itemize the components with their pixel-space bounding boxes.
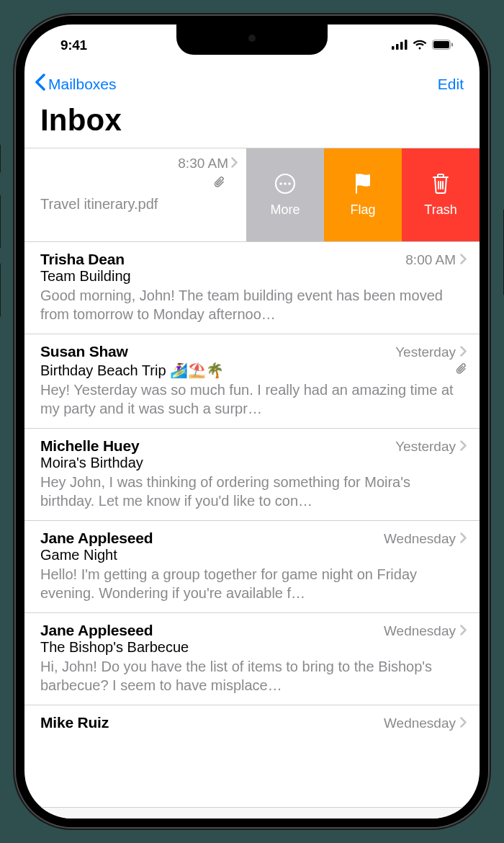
email-time: 8:00 AM [405, 252, 456, 268]
email-row[interactable]: Michelle Huey Yesterday Moira's Birthday… [24, 429, 480, 521]
email-sender: Trisha Dean [40, 251, 125, 268]
svg-point-8 [279, 182, 282, 185]
email-sender: Michelle Huey [40, 437, 139, 455]
toolbar-strip [24, 807, 480, 819]
edit-button[interactable]: Edit [438, 76, 464, 93]
nav-bar: Mailboxes Edit [24, 66, 480, 100]
back-button[interactable]: Mailboxes [35, 73, 117, 94]
svg-rect-1 [396, 44, 399, 50]
email-preview: Hi, John! Do you have the list of items … [40, 657, 467, 695]
status-indicators [392, 37, 454, 53]
notch [176, 24, 328, 55]
email-list: 8:30 AM Travel itinerary.pdf [24, 148, 480, 734]
email-subject: Game Night [40, 547, 467, 563]
email-row[interactable]: Jane Appleseed Wednesday Game Night Hell… [24, 521, 480, 613]
svg-point-10 [288, 182, 291, 185]
email-subject: Birthday Beach Trip 🏄‍♀️⛱️🌴 [40, 362, 224, 379]
email-time: Wednesday [384, 623, 456, 639]
chevron-right-icon [460, 344, 467, 360]
email-time: Yesterday [395, 344, 456, 360]
chevron-left-icon [35, 73, 45, 94]
email-row-swiped[interactable]: 8:30 AM Travel itinerary.pdf [24, 148, 480, 242]
swipe-trash-button[interactable]: Trash [402, 148, 480, 241]
wifi-icon [413, 37, 427, 53]
email-row[interactable]: Jane Appleseed Wednesday The Bishop's Ba… [24, 613, 480, 705]
swipe-flag-button[interactable]: Flag [324, 148, 402, 241]
swipe-trash-label: Trash [424, 202, 456, 218]
trash-icon [431, 173, 450, 198]
chevron-right-icon [460, 252, 467, 268]
attachment-icon [40, 176, 225, 192]
chevron-right-icon [460, 439, 467, 455]
email-sender: Susan Shaw [40, 343, 128, 360]
swipe-flag-label: Flag [350, 202, 375, 218]
swipe-more-button[interactable]: More [246, 148, 324, 241]
email-sender: Jane Appleseed [40, 530, 153, 547]
email-subject: Moira's Birthday [40, 455, 467, 471]
more-icon [274, 173, 296, 198]
email-preview: Hey John, I was thinking of ordering som… [40, 473, 467, 510]
chevron-right-icon [231, 156, 238, 171]
side-button [0, 263, 1, 317]
status-time: 9:41 [50, 37, 87, 53]
chevron-right-icon [460, 715, 467, 731]
battery-icon [432, 37, 454, 53]
flag-icon [353, 173, 373, 198]
back-label: Mailboxes [48, 76, 117, 93]
email-time: 8:30 AM [178, 156, 238, 171]
svg-rect-5 [433, 41, 449, 48]
screen: 9:41 Mai [24, 24, 480, 819]
svg-rect-6 [451, 43, 453, 47]
email-time: Wednesday [384, 715, 456, 731]
cellular-icon [392, 37, 408, 53]
email-sender: Jane Appleseed [40, 622, 153, 639]
email-sender: Mike Ruiz [40, 714, 109, 731]
email-row[interactable]: Susan Shaw Yesterday Birthday Beach Trip… [24, 334, 480, 429]
page-title: Inbox [24, 100, 480, 148]
side-button [0, 144, 1, 173]
email-row[interactable]: Mike Ruiz Wednesday [24, 705, 480, 734]
svg-rect-3 [405, 40, 408, 50]
email-time: Wednesday [384, 531, 456, 547]
swipe-more-label: More [270, 202, 300, 218]
chevron-right-icon [460, 623, 467, 639]
attachment-icon [456, 362, 467, 378]
chevron-right-icon [460, 531, 467, 547]
email-preview: Good morning, John! The team building ev… [40, 286, 467, 324]
email-preview: Hello! I'm getting a group together for … [40, 565, 467, 602]
svg-point-9 [284, 182, 287, 185]
email-row[interactable]: Trisha Dean 8:00 AM Team Building Good m… [24, 242, 480, 334]
swiped-content: 8:30 AM Travel itinerary.pdf [24, 148, 246, 241]
attachment-filename: Travel itinerary.pdf [40, 196, 238, 213]
svg-rect-0 [392, 46, 395, 50]
side-button [0, 195, 1, 249]
device-mockup: 9:41 Mai [0, 0, 504, 843]
svg-rect-2 [400, 42, 403, 50]
phone-frame: 9:41 Mai [14, 14, 490, 829]
email-subject: The Bishop's Barbecue [40, 639, 467, 656]
swipe-actions: More Flag Trash [246, 148, 480, 241]
email-subject: Team Building [40, 268, 467, 285]
email-time: Yesterday [395, 439, 456, 455]
time-label: 8:30 AM [178, 156, 228, 171]
email-preview: Hey! Yesterday was so much fun. I really… [40, 380, 467, 418]
